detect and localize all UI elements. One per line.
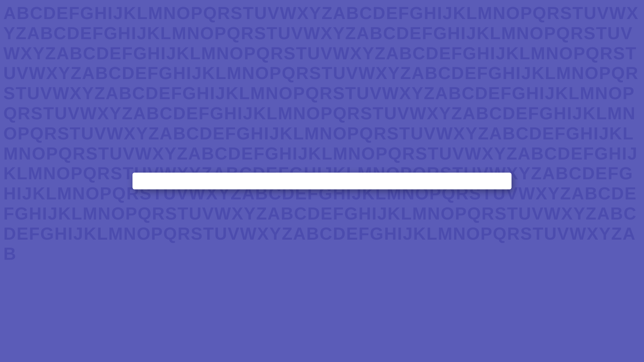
bg-letter: F — [398, 3, 410, 23]
bg-letter: W — [214, 204, 231, 224]
bg-letter: Q — [163, 224, 177, 244]
bg-letter: M — [108, 224, 123, 244]
bg-letter: T — [43, 104, 55, 124]
bg-letter: I — [292, 144, 298, 164]
bg-letter: C — [544, 144, 558, 164]
bg-letter: P — [244, 44, 256, 64]
bg-letter: R — [241, 23, 254, 44]
bg-letter: G — [182, 83, 197, 104]
bg-letter: V — [597, 3, 609, 23]
bg-letter: C — [294, 204, 308, 224]
bg-letter: G — [433, 23, 447, 44]
bg-letter: U — [357, 83, 370, 104]
bg-letter: V — [267, 3, 280, 23]
bg-letter: K — [58, 204, 71, 224]
bg-letter: W — [436, 124, 453, 144]
bg-letter: Y — [269, 224, 282, 244]
bg-letter: E — [625, 184, 637, 204]
bg-letter: O — [506, 3, 520, 23]
bg-letter: X — [587, 224, 599, 244]
bg-letter: K — [147, 23, 161, 44]
bg-letter: C — [109, 63, 122, 83]
bg-letter: P — [544, 23, 556, 44]
bg-letter: J — [466, 23, 477, 44]
bg-letter: A — [3, 3, 17, 23]
bg-letter: A — [82, 63, 95, 83]
bg-letter: V — [291, 23, 304, 44]
bg-letter: Z — [478, 124, 489, 144]
bg-letter: O — [333, 124, 347, 144]
bg-letter: F — [583, 144, 594, 164]
bg-letter: U — [518, 204, 532, 224]
bg-letter: G — [236, 124, 251, 144]
bg-letter: H — [224, 104, 237, 124]
bg-letter: Y — [136, 124, 149, 144]
bg-letter: J — [521, 63, 532, 83]
bg-letter: L — [215, 63, 227, 83]
bg-letter: Q — [3, 104, 17, 124]
bg-letter: U — [81, 124, 95, 144]
bg-letter: D — [43, 3, 57, 23]
bg-letter: W — [465, 144, 482, 164]
bg-letter: S — [230, 3, 243, 23]
bg-letter: G — [539, 104, 553, 124]
bg-letter: X — [427, 104, 439, 124]
bg-letter: A — [386, 44, 399, 64]
bg-letter: N — [517, 23, 530, 44]
bg-letter: P — [376, 144, 388, 164]
bg-letter: J — [48, 204, 58, 224]
bg-letter: L — [569, 83, 580, 104]
bg-letter: N — [43, 164, 57, 184]
bg-letter: Q — [493, 224, 507, 244]
bg-letter: Q — [333, 104, 347, 124]
bg-letter: V — [17, 63, 29, 83]
bg-letter: X — [152, 144, 165, 164]
bg-letter: Y — [309, 3, 322, 23]
bg-letter: Y — [388, 63, 400, 83]
bg-letter: C — [598, 184, 611, 204]
bg-letter: C — [83, 44, 96, 64]
bg-letter: O — [3, 124, 17, 144]
bg-letter: L — [322, 144, 333, 164]
bg-letter: I — [264, 124, 269, 144]
bg-letter: Y — [599, 224, 611, 244]
bg-letter: M — [412, 204, 427, 224]
bg-letter: S — [387, 124, 399, 144]
bg-letter: Z — [256, 204, 268, 224]
bg-letter: T — [596, 23, 607, 44]
bg-letter: U — [254, 3, 268, 23]
bg-letter: E — [410, 23, 422, 44]
bg-letter: M — [201, 44, 216, 64]
bg-letter: U — [189, 204, 202, 224]
bg-letter: X — [536, 184, 548, 204]
bg-letter: T — [243, 3, 254, 23]
bg-letter: Y — [33, 44, 45, 64]
bg-letter: R — [152, 204, 165, 224]
bg-letter: Y — [82, 83, 94, 104]
bg-letter: P — [100, 184, 112, 204]
bg-letter: E — [595, 164, 608, 184]
bg-letter: E — [241, 144, 254, 164]
bg-letter: K — [253, 104, 267, 124]
bg-letter: C — [160, 104, 173, 124]
bg-letter: A — [463, 104, 476, 124]
bg-letter: U — [214, 224, 228, 244]
bg-letter: K — [609, 124, 623, 144]
bg-letter: M — [28, 164, 43, 184]
bg-letter: C — [624, 204, 637, 224]
bg-letter: Z — [282, 224, 293, 244]
bg-letter: Y — [110, 104, 122, 124]
bg-letter: B — [610, 204, 624, 224]
bg-letter: X — [350, 44, 363, 64]
bg-letter: Y — [519, 164, 531, 184]
bg-letter: B — [370, 23, 383, 44]
bg-letter: E — [488, 83, 501, 104]
bg-letter: N — [242, 63, 255, 83]
bg-letter: M — [438, 224, 453, 244]
bg-letter: J — [599, 124, 609, 144]
bg-letter: D — [173, 104, 186, 124]
bg-letter: H — [359, 204, 372, 224]
bg-letter: H — [173, 63, 186, 83]
bg-letter: N — [320, 124, 333, 144]
bg-letter: I — [461, 23, 466, 44]
